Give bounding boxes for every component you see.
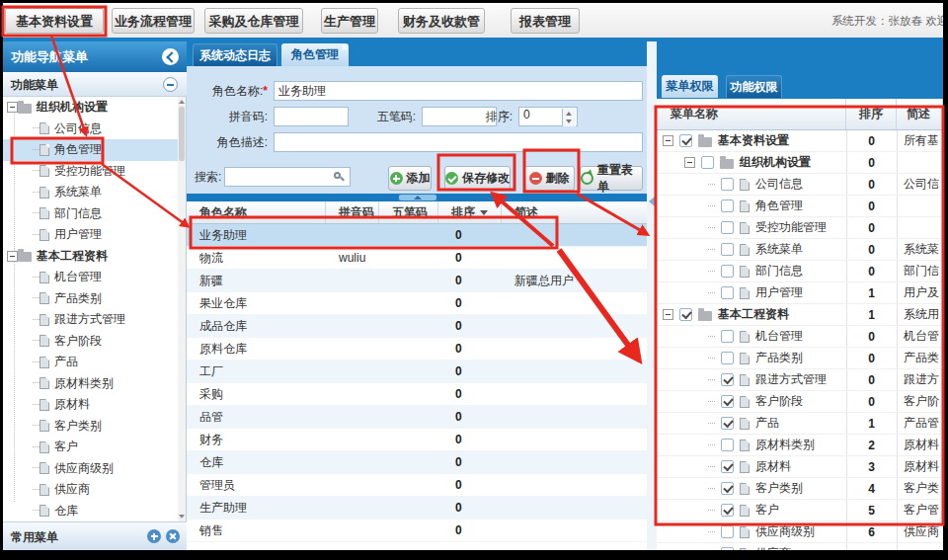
sidebar-item[interactable]: 产品	[3, 352, 179, 373]
role-name-input[interactable]	[274, 81, 643, 101]
tree-expander-icon[interactable]	[7, 102, 18, 113]
checkbox-checked[interactable]	[721, 395, 734, 408]
tree-expander-icon[interactable]	[684, 157, 695, 168]
sidebar-item[interactable]: 客户类别	[3, 416, 179, 438]
checkbox-unchecked[interactable]	[721, 330, 734, 343]
remove-favorite-icon[interactable]	[166, 529, 180, 543]
table-row[interactable]: 工厂0	[187, 360, 647, 383]
splitter-arrow-icon[interactable]	[649, 197, 655, 206]
scrollbar-thumb[interactable]	[179, 107, 185, 161]
grid-column-header[interactable]: 五笔码	[379, 201, 438, 223]
tree-expander-icon[interactable]	[663, 135, 673, 146]
menu-item-6[interactable]: 报表管理	[511, 8, 580, 34]
checkbox-unchecked[interactable]	[701, 156, 714, 169]
tab-system-log[interactable]: 系统动态日志	[193, 43, 277, 66]
checkbox-checked[interactable]	[721, 373, 734, 386]
sidebar-item[interactable]: 部门信息	[3, 203, 179, 225]
checkbox-checked[interactable]	[721, 417, 734, 430]
permission-row[interactable]: 客户类别4客户类	[657, 478, 943, 500]
checkbox-unchecked[interactable]	[721, 352, 734, 364]
permission-row[interactable]: 产品类别0产品类	[657, 348, 943, 369]
checkbox-unchecked[interactable]	[721, 200, 734, 212]
table-row[interactable]: 仓库0	[187, 451, 647, 474]
grid-column-header[interactable]: 排序	[438, 201, 502, 223]
checkbox-unchecked[interactable]	[721, 243, 734, 256]
checkbox-checked[interactable]	[679, 308, 692, 321]
tab-close-icon[interactable]: ×	[342, 42, 348, 53]
sidebar-item[interactable]: 客户	[3, 437, 179, 458]
sidebar-item[interactable]: 组织机构设置	[3, 97, 179, 119]
grid-column-header[interactable]: 简述	[502, 201, 647, 223]
save-button[interactable]: 保存修改	[444, 166, 511, 191]
permission-row[interactable]: 系统菜单0系统菜	[657, 239, 943, 261]
sidebar-item[interactable]: 产品类别	[3, 288, 179, 310]
table-row[interactable]: 原料仓库0	[187, 338, 647, 360]
permission-row[interactable]: 公司信息0公司信	[657, 174, 943, 196]
checkbox-unchecked[interactable]	[721, 221, 734, 234]
table-row[interactable]: 品管0	[187, 406, 647, 429]
tab-function-permissions[interactable]: 功能权限	[726, 75, 782, 98]
search-icon[interactable]	[334, 172, 346, 184]
sidebar-item[interactable]: 受控功能管理	[3, 161, 179, 183]
delete-button[interactable]: 删除	[523, 166, 575, 191]
checkbox-checked[interactable]	[721, 460, 734, 473]
table-row[interactable]: 成品仓库0	[187, 315, 647, 338]
table-row[interactable]: 新疆0新疆总用户	[187, 270, 647, 292]
checkbox-unchecked[interactable]	[721, 547, 734, 550]
panel-splitter[interactable]	[647, 41, 657, 550]
sidebar-item[interactable]: 机台管理	[3, 267, 179, 288]
permission-row[interactable]: 基本工程资料1系统用	[657, 304, 943, 326]
sidebar-footer[interactable]: 常用菜单	[3, 521, 187, 550]
permission-row[interactable]: 部门信息0部门信	[657, 261, 943, 282]
checkbox-checked[interactable]	[721, 482, 734, 495]
menu-item-4[interactable]: 生产管理	[321, 8, 378, 34]
checkbox-unchecked[interactable]	[721, 525, 734, 538]
collapse-handle-icon[interactable]	[399, 195, 436, 200]
sidebar-item[interactable]: 公司信息	[3, 119, 179, 140]
permission-row[interactable]: 基本资料设置0所有基	[657, 130, 943, 152]
checkbox-unchecked[interactable]	[721, 286, 734, 299]
sidebar-section-header[interactable]: 功能菜单	[3, 72, 187, 97]
stepper-arrows-icon[interactable]	[562, 109, 576, 126]
sidebar-item[interactable]: 系统菜单	[3, 182, 179, 203]
add-favorite-icon[interactable]	[147, 529, 161, 543]
grid-column-header[interactable]: 拼音码	[326, 201, 379, 223]
sort-stepper[interactable]: 0	[518, 107, 578, 126]
checkbox-unchecked[interactable]	[721, 178, 734, 191]
sidebar-item[interactable]: 客户阶段	[3, 331, 179, 353]
sidebar-item[interactable]: 原材料类别	[3, 373, 179, 395]
tree-expander-icon[interactable]	[7, 251, 18, 262]
table-row[interactable]: 管理员0	[187, 474, 647, 497]
permission-row[interactable]: 受控功能管理0	[657, 217, 943, 239]
tab-menu-permissions[interactable]: 菜单权限	[662, 75, 718, 98]
menu-item-2[interactable]: 业务流程管理	[112, 8, 195, 34]
sidebar-item[interactable]: 角色管理	[3, 139, 179, 161]
grid-column-header[interactable]: 排序	[846, 99, 897, 129]
permission-row[interactable]: 原材料类别2原材料	[657, 435, 943, 456]
checkbox-unchecked[interactable]	[721, 439, 734, 451]
permission-row[interactable]: 客户5客户管	[657, 500, 943, 521]
table-row[interactable]: 生产助理0	[187, 497, 647, 520]
grid-column-header[interactable]: 简述	[897, 99, 943, 129]
permission-row[interactable]: 原材料3原材料	[657, 456, 943, 478]
table-row[interactable]: 业务助理0	[187, 224, 647, 247]
sidebar-item[interactable]: 供应商	[3, 479, 179, 501]
permission-row[interactable]: 角色管理0	[657, 196, 943, 217]
scroll-up-icon[interactable]	[179, 100, 185, 104]
search-input[interactable]	[224, 167, 351, 187]
tree-expander-icon[interactable]	[663, 309, 673, 320]
checkbox-unchecked[interactable]	[721, 265, 734, 278]
sidebar-item[interactable]: 基本工程资料	[3, 246, 179, 268]
checkbox-checked[interactable]	[721, 504, 734, 517]
sidebar-collapse-icon[interactable]	[162, 48, 179, 65]
sidebar-item[interactable]: 原材料	[3, 394, 179, 416]
checkbox-checked[interactable]	[679, 134, 692, 147]
sidebar-item[interactable]: 跟进方式管理	[3, 309, 179, 331]
collapse-minus-icon[interactable]	[163, 77, 178, 92]
permission-row[interactable]: 组织机构设置0	[657, 152, 943, 174]
table-row[interactable]: 果业仓库0	[187, 292, 647, 315]
add-button[interactable]: 添加	[388, 166, 432, 191]
reset-button[interactable]: 重置表单	[580, 166, 643, 191]
permission-row[interactable]: 机台管理0机台管	[657, 326, 943, 348]
menu-item-1[interactable]: 基本资料设置	[5, 8, 104, 34]
